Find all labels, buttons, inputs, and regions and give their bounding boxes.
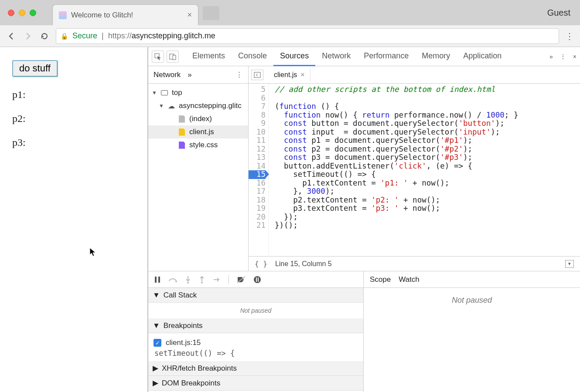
p2-label: p2: xyxy=(12,113,135,125)
xhr-breakpoints-header[interactable]: ▶XHR/fetch Breakpoints xyxy=(148,361,363,376)
scope-state: Not paused xyxy=(364,288,580,392)
minimize-window-button[interactable] xyxy=(19,10,25,16)
url-text: https://asyncstepping.glitch.me xyxy=(108,31,215,41)
p3-label: p3: xyxy=(12,137,135,149)
svg-rect-4 xyxy=(155,277,157,283)
step-over-icon[interactable] xyxy=(168,276,177,283)
svg-rect-12 xyxy=(256,277,257,282)
breakpoint-checkbox[interactable] xyxy=(154,339,161,347)
cursor-icon xyxy=(89,247,96,257)
close-devtools-icon[interactable]: × xyxy=(573,53,577,60)
call-stack-state: Not paused xyxy=(148,303,363,318)
file-item[interactable]: (index) xyxy=(148,112,248,125)
tree-domain[interactable]: ▼☁asyncstepping.glitc xyxy=(148,99,248,112)
browser-tab[interactable]: Welcome to Glitch! × xyxy=(52,4,198,25)
file-icon xyxy=(179,115,185,123)
file-tree: ▼top ▼☁asyncstepping.glitc (index)client… xyxy=(148,84,248,271)
devtools-tab-application[interactable]: Application xyxy=(457,47,508,66)
more-panels-icon[interactable]: » xyxy=(549,53,553,60)
breakpoints-header[interactable]: ▼Breakpoints xyxy=(148,318,363,333)
svg-rect-13 xyxy=(258,277,259,282)
close-tab-icon[interactable]: × xyxy=(187,10,192,20)
svg-point-11 xyxy=(254,276,261,283)
forward-button[interactable] xyxy=(23,31,33,41)
svg-point-7 xyxy=(187,282,189,284)
reload-button[interactable] xyxy=(39,31,50,41)
devtools-tab-performance[interactable]: Performance xyxy=(357,47,415,66)
file-icon xyxy=(179,128,185,136)
svg-rect-5 xyxy=(158,277,160,283)
new-tab-button[interactable] xyxy=(203,6,219,20)
device-mode-icon[interactable] xyxy=(167,51,179,63)
breakpoint-snippet: setTimeout(() => { xyxy=(154,349,358,358)
pause-icon[interactable] xyxy=(154,276,160,283)
code-editor[interactable]: 56789101112131415161718192021 // add oth… xyxy=(249,84,580,256)
svg-point-6 xyxy=(175,280,177,282)
pause-exceptions-icon[interactable] xyxy=(253,276,261,284)
omnibox[interactable]: 🔒 Secure | https://asyncstepping.glitch.… xyxy=(56,28,559,44)
window-titlebar: Welcome to Glitch! × Guest xyxy=(0,0,580,25)
page-viewport: do stuff p1: p2: p3: xyxy=(0,47,148,392)
scope-tabbar: Scope Watch xyxy=(364,271,580,288)
secure-label: Secure xyxy=(72,31,97,41)
do-stuff-button[interactable]: do stuff xyxy=(12,60,58,77)
source-editor-pane: client.js× 56789101112131415161718192021… xyxy=(249,66,580,271)
breakpoint-label: client.js:15 xyxy=(166,338,201,347)
statusbar-dropdown-icon[interactable]: ▾ xyxy=(565,260,574,268)
breakpoint-entry[interactable]: client.js:15 xyxy=(154,337,358,349)
back-button[interactable] xyxy=(6,31,17,41)
devtools-tabbar: ElementsConsoleSourcesNetworkPerformance… xyxy=(148,47,580,66)
cloud-icon: ☁ xyxy=(167,102,175,110)
scope-tab[interactable]: Scope xyxy=(370,275,391,284)
browser-menu-button[interactable]: ⋮ xyxy=(565,31,574,41)
file-item[interactable]: style.css xyxy=(148,139,248,152)
profile-label[interactable]: Guest xyxy=(547,8,570,18)
step-icon[interactable] xyxy=(213,277,221,283)
source-tab-clientjs[interactable]: client.js× xyxy=(269,68,310,81)
more-navigator-tabs-icon[interactable]: » xyxy=(188,71,191,79)
devtools-tab-memory[interactable]: Memory xyxy=(415,47,457,66)
editor-statusbar: { } Line 15, Column 5 ▾ xyxy=(249,256,580,271)
file-icon xyxy=(179,142,185,149)
zoom-window-button[interactable] xyxy=(30,10,36,16)
window-controls xyxy=(0,10,36,16)
show-navigator-icon[interactable] xyxy=(251,70,263,80)
step-out-icon[interactable] xyxy=(199,276,205,284)
browser-toolbar: 🔒 Secure | https://asyncstepping.glitch.… xyxy=(0,25,580,47)
separator xyxy=(229,275,229,284)
deactivate-breakpoints-icon[interactable] xyxy=(237,276,246,283)
svg-rect-3 xyxy=(254,72,260,78)
close-source-tab-icon[interactable]: × xyxy=(300,71,304,79)
debugger-toolbar xyxy=(148,271,363,288)
devtools-tab-network[interactable]: Network xyxy=(315,47,357,66)
tree-top[interactable]: ▼top xyxy=(148,86,248,99)
separator: | xyxy=(102,31,104,41)
file-item[interactable]: client.js xyxy=(148,125,248,139)
navigator-tab-network[interactable]: Network xyxy=(154,71,181,79)
favicon-icon xyxy=(59,11,67,19)
svg-point-8 xyxy=(201,282,203,284)
step-into-icon[interactable] xyxy=(185,276,191,284)
devtools-tab-elements[interactable]: Elements xyxy=(186,47,232,66)
breakpoints-body: client.js:15 setTimeout(() => { xyxy=(148,333,363,361)
close-window-button[interactable] xyxy=(8,10,14,16)
watch-tab[interactable]: Watch xyxy=(399,275,420,284)
inspect-icon[interactable] xyxy=(152,51,164,63)
sources-navigator: Network » ⋮ ▼top ▼☁asyncstepping.glitc (… xyxy=(148,66,249,271)
lock-icon: 🔒 xyxy=(61,33,68,40)
navigator-tabbar: Network » ⋮ xyxy=(148,66,248,84)
dom-breakpoints-header[interactable]: ▶DOM Breakpoints xyxy=(148,376,363,391)
devtools: ElementsConsoleSourcesNetworkPerformance… xyxy=(148,47,580,392)
navigator-menu-icon[interactable]: ⋮ xyxy=(235,70,243,79)
pretty-print-icon[interactable]: { } xyxy=(255,260,267,268)
debugger-pane: ▼Call Stack Not paused ▼Breakpoints clie… xyxy=(148,271,580,392)
devtools-tab-console[interactable]: Console xyxy=(232,47,273,66)
cursor-position: Line 15, Column 5 xyxy=(275,260,332,268)
source-tabbar: client.js× xyxy=(249,66,580,84)
p1-label: p1: xyxy=(12,89,135,101)
call-stack-header[interactable]: ▼Call Stack xyxy=(148,288,363,303)
devtools-menu-icon[interactable]: ⋮ xyxy=(560,53,566,60)
svg-rect-2 xyxy=(173,55,176,60)
devtools-tab-sources[interactable]: Sources xyxy=(273,47,315,66)
folder-icon xyxy=(161,90,168,95)
